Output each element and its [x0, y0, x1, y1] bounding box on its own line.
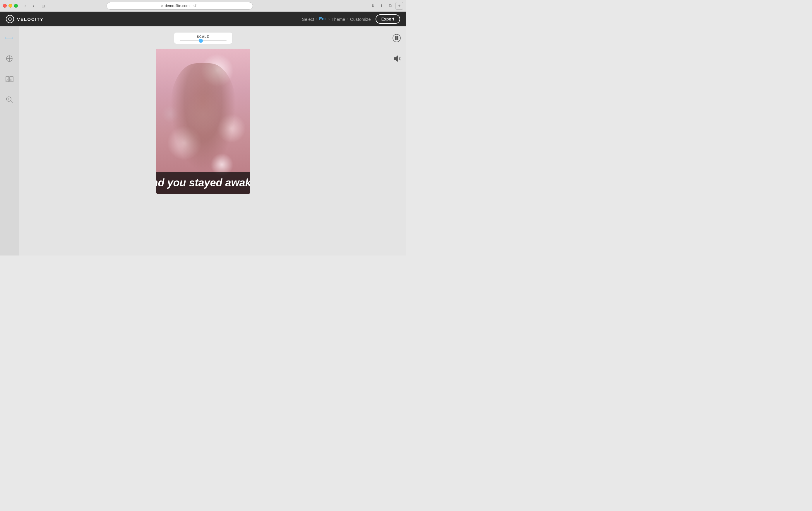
subtitle-bar: and you stayed awake!	[156, 172, 250, 194]
svg-rect-19	[395, 36, 396, 40]
video-canvas: and you stayed awake!	[156, 49, 250, 194]
download-button[interactable]: ⬇	[369, 2, 377, 10]
right-panel	[387, 26, 406, 255]
scale-slider-track	[180, 40, 227, 41]
text-tool[interactable]: A B	[3, 73, 15, 85]
content-area: SCALE and you stayed awake!	[19, 26, 387, 255]
svg-text:A: A	[6, 78, 8, 81]
forward-button[interactable]: ›	[30, 2, 37, 10]
minimize-window-button[interactable]	[8, 4, 12, 8]
browser-nav-buttons: ‹ ›	[21, 2, 37, 10]
new-tab-button[interactable]: +	[396, 2, 403, 10]
browser-right-controls: ⬇ ⬆ ⧉ +	[369, 2, 403, 10]
left-sidebar: A B	[0, 26, 19, 255]
scale-control: SCALE	[174, 32, 232, 44]
svg-marker-21	[394, 56, 398, 61]
search-tool[interactable]	[3, 94, 15, 106]
svg-point-18	[393, 34, 401, 42]
url-text: demo.flite.com	[165, 3, 190, 8]
reader-view-button[interactable]: ⊡	[39, 2, 47, 10]
svg-point-9	[9, 58, 10, 59]
traffic-lights	[3, 4, 18, 8]
pause-button[interactable]	[391, 32, 403, 44]
address-bar[interactable]: ⊕ demo.flite.com ↺	[107, 2, 253, 10]
nav-step-customize[interactable]: Customize	[350, 17, 371, 22]
nav-sep-3: ›	[347, 17, 348, 21]
main-layout: A B SCALE and yo	[0, 26, 406, 255]
location-icon: ⊕	[161, 4, 163, 8]
position-tool[interactable]	[3, 53, 15, 64]
person-silhouette	[170, 63, 236, 172]
nav-step-select[interactable]: Select	[302, 17, 314, 22]
reload-button[interactable]: ↺	[191, 2, 199, 10]
nav-sep-2: ›	[328, 17, 330, 21]
browser-chrome: ‹ › ⊡ ⊕ demo.flite.com ↺ ⬇ ⬆ ⧉ +	[0, 0, 406, 12]
svg-text:B: B	[10, 79, 12, 81]
svg-rect-20	[397, 36, 398, 40]
app-header: VELOCITY Select › Edit › Theme › Customi…	[0, 12, 406, 26]
nav-step-edit[interactable]: Edit	[319, 16, 327, 22]
app-logo: VELOCITY	[6, 15, 44, 23]
scale-slider-thumb[interactable]	[199, 39, 203, 43]
close-window-button[interactable]	[3, 4, 7, 8]
logo-icon	[6, 15, 14, 23]
scale-label: SCALE	[197, 35, 209, 38]
svg-line-15	[10, 101, 12, 103]
share-button[interactable]: ⬆	[378, 2, 385, 10]
mute-button[interactable]	[391, 53, 403, 64]
app-title: VELOCITY	[17, 17, 44, 22]
tabs-button[interactable]: ⧉	[387, 2, 394, 10]
nav-step-theme[interactable]: Theme	[331, 17, 345, 22]
subtitle-text: and you stayed awake!	[156, 177, 250, 189]
app-nav: Select › Edit › Theme › Customize Export	[302, 15, 400, 24]
export-button[interactable]: Export	[376, 15, 400, 24]
back-button[interactable]: ‹	[21, 2, 29, 10]
fit-width-tool[interactable]	[3, 32, 15, 44]
nav-sep-1: ›	[316, 17, 317, 21]
scale-slider-fill	[180, 40, 201, 41]
fullscreen-window-button[interactable]	[14, 4, 18, 8]
